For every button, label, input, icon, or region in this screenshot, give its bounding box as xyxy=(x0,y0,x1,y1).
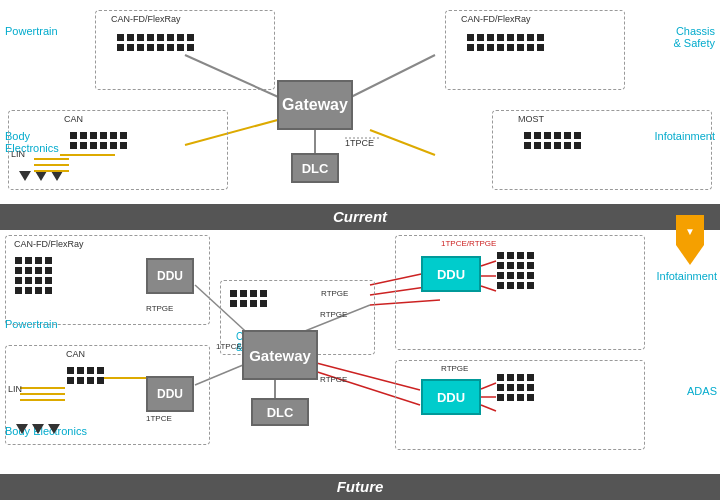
future-section: Powertrain Body Electronics Infotainment… xyxy=(0,230,720,500)
body-box: CAN LIN xyxy=(8,110,228,190)
svg-line-27 xyxy=(481,286,496,291)
tpce-label-gw: 1TPCE xyxy=(216,342,242,351)
future-gateway-box: Gateway xyxy=(242,330,318,380)
future-infotainment-box: 1TPCE/RTPGE DDU xyxy=(395,235,645,350)
future-can-label: CAN xyxy=(66,349,85,359)
rtpge-adas-box-label: RTPGE xyxy=(441,364,468,373)
future-powertrain-box: CAN-FD/FlexRay DDU RTPGE xyxy=(5,235,210,325)
dlc-box: DLC xyxy=(291,153,339,183)
svg-text:▼: ▼ xyxy=(685,226,695,237)
current-section: Powertrain Chassis& Safety BodyElectroni… xyxy=(0,0,720,230)
svg-line-1 xyxy=(345,55,435,100)
svg-line-25 xyxy=(481,261,496,266)
rtpge-label-2: RTPGE xyxy=(321,289,348,298)
most-label: MOST xyxy=(518,114,544,124)
transition-arrow: ▼ xyxy=(672,215,708,267)
rtpge-chassis-label: RTPGE xyxy=(320,310,347,319)
rtpge-adas-label: RTPGE xyxy=(320,375,347,384)
lin-label: LIN xyxy=(11,149,25,159)
adas-ddu: DDU xyxy=(421,379,481,415)
svg-line-4 xyxy=(370,130,435,155)
canfd-label-tl: CAN-FD/FlexRay xyxy=(111,14,181,24)
future-lin-label: LIN xyxy=(8,384,22,394)
tpce-rtpge-label: 1TPCE/RTPGE xyxy=(441,239,496,248)
tpce-label-body: 1TPCE xyxy=(146,414,172,423)
infotainment-box: MOST xyxy=(492,110,712,190)
gateway-box: Gateway xyxy=(277,80,353,130)
future-label: Future xyxy=(0,474,720,500)
svg-marker-10 xyxy=(676,215,704,265)
svg-line-30 xyxy=(481,405,496,411)
infotainment-ddu: DDU xyxy=(421,256,481,292)
canfd-label-tr: CAN-FD/FlexRay xyxy=(461,14,531,24)
adas-box: RTPGE DDU xyxy=(395,360,645,450)
rtpge-label-1: RTPGE xyxy=(146,304,173,313)
chassis-box: CAN-FD/FlexRay xyxy=(445,10,625,90)
svg-line-28 xyxy=(481,383,496,389)
future-dlc-box: DLC xyxy=(251,398,309,426)
future-body-box: CAN LIN DDU 1TPCE xyxy=(5,345,210,445)
powertrain-label: Powertrain xyxy=(5,25,58,37)
future-canfd-label: CAN-FD/FlexRay xyxy=(14,239,84,249)
chassis-label: Chassis& Safety xyxy=(635,25,715,49)
current-label: Current xyxy=(0,204,720,230)
adas-label: ADAS xyxy=(687,385,717,397)
powertrain-box: CAN-FD/FlexRay xyxy=(95,10,275,90)
tpce-label: 1TPCE xyxy=(345,138,374,148)
can-label: CAN xyxy=(64,114,83,124)
future-infotainment-label: Infotainment xyxy=(656,270,717,282)
body-ddu: DDU xyxy=(146,376,194,412)
powertrain-ddu: DDU xyxy=(146,258,194,294)
